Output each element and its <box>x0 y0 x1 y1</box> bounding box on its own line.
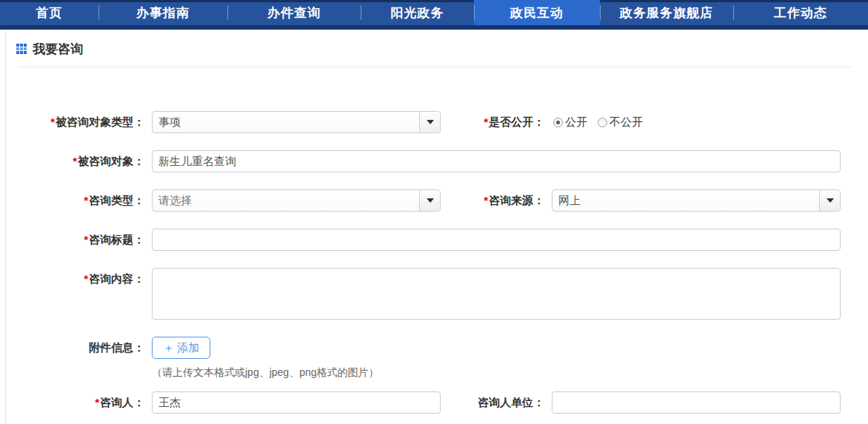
radio-option-private[interactable]: 不公开 <box>598 115 643 129</box>
form-row: *咨询标题： <box>0 229 868 251</box>
nav-item-service-flagship-store[interactable]: 政务服务旗舰店 <box>600 0 733 25</box>
select-value: 事项 <box>153 112 419 132</box>
is-public-label: *是否公开： <box>441 111 552 133</box>
page-left-border <box>5 30 6 424</box>
select-placeholder: 请选择 <box>153 190 419 211</box>
radio-checked-icon[interactable] <box>553 118 563 127</box>
consult-type-label: *咨询类型： <box>0 189 152 212</box>
form-row: *咨询类型： 请选择 *咨询来源： 网上 <box>0 189 868 212</box>
nav-label: 政民互动 <box>510 4 564 21</box>
consultation-page: 首页 办事指南 办件查询 阳光政务 政民互动 政务服务旗舰店 工作动态 我要咨询… <box>0 0 868 424</box>
nav-label: 首页 <box>36 4 63 21</box>
required-marker: * <box>84 233 88 246</box>
nav-label: 政务服务旗舰店 <box>620 4 713 21</box>
consultant-input[interactable] <box>152 391 441 414</box>
nav-bottom-strip <box>0 25 868 30</box>
nav-item-service-guide[interactable]: 办事指南 <box>99 0 227 25</box>
nav-label: 工作动态 <box>774 4 827 21</box>
attachment-label: 附件信息： <box>0 337 152 359</box>
consultant-org-input[interactable] <box>552 391 841 414</box>
required-marker: * <box>484 194 488 206</box>
required-marker: * <box>484 115 488 128</box>
select-value: 网上 <box>552 190 819 211</box>
required-marker: * <box>84 194 88 206</box>
nav-label: 办事指南 <box>136 4 190 21</box>
consult-source-select[interactable]: 网上 <box>552 189 841 212</box>
attachment-hint-row: （请上传文本格式或jpg、jpeg、png格式的图片） <box>0 365 868 380</box>
add-attachment-button[interactable]: ＋ 添加 <box>152 337 210 359</box>
nav-label: 办件查询 <box>267 4 321 21</box>
consultant-label: *咨询人： <box>0 391 152 414</box>
required-marker: * <box>50 115 55 128</box>
consult-type-select[interactable]: 请选择 <box>152 189 441 212</box>
grid-icon <box>16 44 27 54</box>
consult-target-type-label: *被咨询对象类型： <box>0 111 152 133</box>
page-title: 我要咨询 <box>33 41 83 58</box>
is-public-radio-group: 公开 不公开 <box>553 115 653 129</box>
consult-title-label: *咨询标题： <box>0 229 152 251</box>
consultant-org-label: 咨询人单位： <box>441 391 552 414</box>
consult-title-input[interactable] <box>152 229 841 251</box>
consult-content-label: *咨询内容： <box>0 268 152 290</box>
attachment-hint: （请上传文本格式或jpg、jpeg、png格式的图片） <box>152 366 379 378</box>
required-marker: * <box>73 155 77 167</box>
form-row: *被咨询对象类型： 事项 *是否公开： 公开 不公开 <box>0 111 868 133</box>
radio-option-label: 公开 <box>565 115 587 129</box>
top-nav: 首页 办事指南 办件查询 阳光政务 政民互动 政务服务旗舰店 工作动态 <box>0 0 868 30</box>
consultation-form: *被咨询对象类型： 事项 *是否公开： 公开 不公开 *被咨询对象： <box>0 111 868 414</box>
nav-item-application-query[interactable]: 办件查询 <box>227 0 361 25</box>
nav-item-work-news[interactable]: 工作动态 <box>733 0 868 25</box>
chevron-down-icon[interactable] <box>419 112 440 132</box>
consult-target-type-select[interactable]: 事项 <box>152 111 441 133</box>
header-divider <box>19 67 852 67</box>
required-marker: * <box>95 396 99 408</box>
form-row: *被咨询对象： <box>0 150 868 172</box>
nav-label: 阳光政务 <box>391 4 444 21</box>
chevron-down-icon[interactable] <box>819 190 840 211</box>
form-row: 附件信息： ＋ 添加 <box>0 337 868 359</box>
radio-unchecked-icon[interactable] <box>598 118 607 127</box>
nav-item-home[interactable]: 首页 <box>0 0 99 25</box>
required-marker: * <box>84 272 88 285</box>
nav-bar: 首页 办事指南 办件查询 阳光政务 政民互动 政务服务旗舰店 工作动态 <box>0 0 868 25</box>
consult-source-label: *咨询来源： <box>441 189 552 212</box>
form-row: *咨询人： 咨询人单位： <box>0 391 868 414</box>
radio-option-label: 不公开 <box>610 115 643 129</box>
consult-target-label: *被咨询对象： <box>0 150 152 172</box>
consult-content-textarea[interactable] <box>152 268 841 320</box>
radio-option-public[interactable]: 公开 <box>553 115 587 129</box>
section-header: 我要咨询 <box>16 41 868 57</box>
nav-item-open-government[interactable]: 阳光政务 <box>361 0 474 25</box>
nav-item-citizen-interaction[interactable]: 政民互动 <box>474 0 600 25</box>
chevron-down-icon[interactable] <box>419 190 440 211</box>
consult-target-input[interactable] <box>152 150 841 172</box>
form-row: *咨询内容： <box>0 268 868 320</box>
